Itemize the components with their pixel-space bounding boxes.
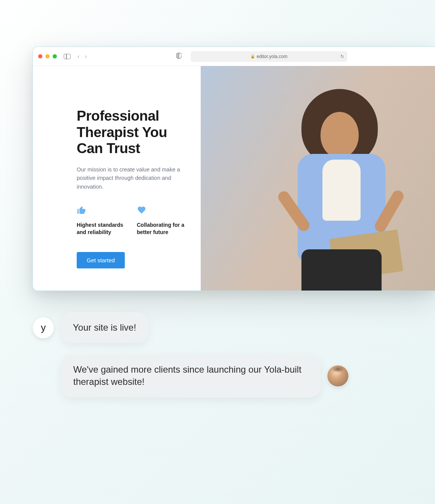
browser-content: Professional Therapist You Can Trust Our…: [33, 66, 435, 291]
feature-item: Highest standards and reliability: [77, 205, 126, 236]
chat-message-row: y Your site is live!: [33, 312, 148, 343]
url-text: editor.yola.com: [256, 54, 287, 59]
hero-section: Professional Therapist You Can Trust Our…: [33, 66, 201, 291]
sidebar-toggle-icon[interactable]: [64, 54, 71, 59]
get-started-button[interactable]: Get started: [77, 252, 125, 268]
chat-bubble: We've gained more clients since launchin…: [61, 354, 321, 397]
thumbs-up-icon: [77, 205, 126, 216]
heart-icon: [137, 205, 186, 216]
traffic-lights: [38, 54, 57, 58]
browser-chrome: ‹ › 🔒 editor.yola.com ↻: [33, 47, 435, 66]
address-bar[interactable]: 🔒 editor.yola.com ↻: [191, 51, 347, 62]
reload-icon[interactable]: ↻: [340, 54, 344, 59]
therapist-illustration: [286, 89, 401, 280]
close-window-icon[interactable]: [38, 54, 42, 58]
feature-label: Highest standards and reliability: [77, 221, 126, 236]
hero-image: [201, 66, 435, 291]
browser-window: ‹ › 🔒 editor.yola.com ↻ Professional The…: [32, 47, 435, 291]
nav-arrows: ‹ ›: [77, 53, 87, 60]
page-title: Professional Therapist You Can Trust: [77, 108, 185, 157]
page-subtitle: Our mission is to create value and make …: [77, 165, 184, 191]
user-avatar: [327, 365, 348, 386]
feature-list: Highest standards and reliability Collab…: [77, 205, 185, 236]
chat-message-row: We've gained more clients since launchin…: [61, 354, 348, 397]
feature-label: Collaborating for a better future: [137, 221, 186, 236]
forward-icon[interactable]: ›: [85, 53, 87, 60]
brand-avatar: y: [33, 317, 54, 338]
shield-icon[interactable]: [176, 53, 182, 60]
lock-icon: 🔒: [250, 54, 255, 58]
minimize-window-icon[interactable]: [45, 54, 50, 58]
maximize-window-icon[interactable]: [53, 54, 57, 58]
brand-glyph: y: [41, 322, 46, 334]
back-icon[interactable]: ‹: [77, 53, 79, 60]
chat-bubble: Your site is live!: [61, 312, 148, 343]
feature-item: Collaborating for a better future: [137, 205, 186, 236]
